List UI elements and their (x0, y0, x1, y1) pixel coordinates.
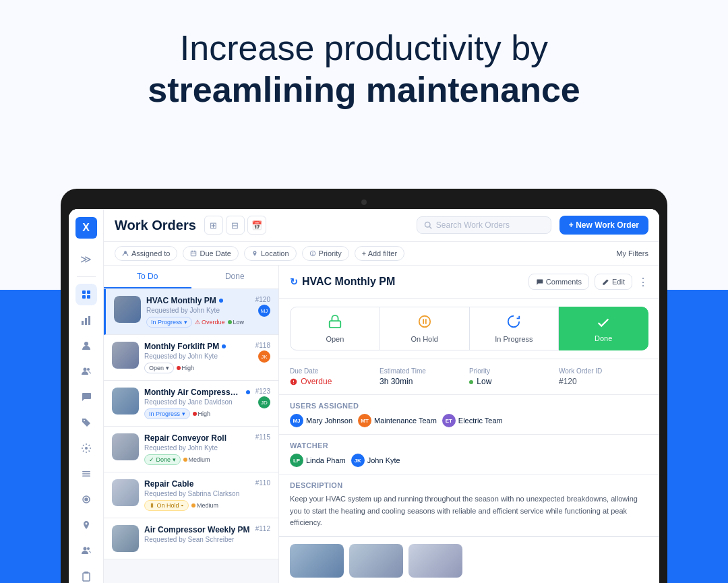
wo-thumb-hvac (114, 296, 141, 323)
filter-due-date[interactable]: Due Date (183, 246, 238, 261)
sidebar-icon-expand[interactable]: ≫ (75, 248, 97, 270)
my-filters-button[interactable]: My Filters (607, 249, 648, 257)
search-bar[interactable]: Search Work Orders (417, 216, 551, 234)
filter-assigned-to[interactable]: Assigned to (115, 246, 177, 261)
svg-rect-6 (88, 316, 90, 325)
onhold-icon (417, 314, 432, 332)
wo-item-forklift[interactable]: Monthly Forklift PM Requested by John Ky… (104, 335, 278, 381)
thumb-1 (290, 544, 344, 578)
wo-item-hvac[interactable]: HVAC Monthly PM Requested by John Kyte I… (104, 289, 278, 335)
description-text: Keep your HVAC system up and running thr… (290, 493, 648, 529)
status-done-btn[interactable]: Done (559, 307, 648, 350)
done-icon (596, 315, 611, 332)
sidebar-icon-group[interactable] (75, 361, 97, 382)
thumb-row (279, 536, 659, 583)
svg-rect-3 (87, 295, 90, 299)
wo-title-conveyor: Repair Conveyor Roll (144, 433, 226, 443)
view-grid-btn[interactable]: ⊞ (204, 216, 223, 235)
filter-add[interactable]: + Add filter (355, 246, 404, 261)
tablet-screen: X ≫ (69, 209, 659, 583)
page-title: Work Orders (115, 218, 196, 233)
sidebar-icon-chat[interactable] (75, 386, 97, 408)
wo-thumb-weekly (112, 525, 139, 552)
wo-item-cable[interactable]: Repair Cable Requested by Sabrina Clarks… (104, 472, 278, 518)
sidebar-icon-clipboard[interactable] (75, 565, 97, 583)
users-row: MJ Mary Johnson MT Maintenance Team ET E… (290, 414, 648, 427)
wo-requester-conveyor: Requested by John Kyte (144, 444, 250, 452)
field-priority: Priority Low (469, 367, 559, 386)
tab-todo[interactable]: To Do (104, 266, 191, 288)
wo-title-weekly: Air Compressor Weekly PM (144, 525, 250, 534)
filter-location[interactable]: Location (244, 246, 297, 261)
wo-thumb-aircomp (112, 388, 139, 415)
wo-id-aircomp: #123 (255, 388, 270, 395)
sidebar-icon-settings[interactable] (75, 437, 97, 459)
sidebar-icon-circle[interactable] (75, 489, 97, 510)
field-wo-id-value: #120 (559, 377, 648, 386)
wo-requester-cable: Requested by Sabrina Clarkson (144, 490, 250, 497)
status-row: Open On Hold (279, 299, 659, 359)
watchers-row: LP Linda Pham JK John Kyte (290, 454, 648, 467)
status-inprogress-btn[interactable]: In Progress (470, 307, 559, 350)
filter-priority[interactable]: Priority (302, 246, 349, 261)
sidebar-icon-tag[interactable] (75, 412, 97, 433)
wo-info-cable: Repair Cable Requested by Sabrina Clarks… (144, 479, 250, 511)
view-list-btn[interactable]: ⊟ (226, 216, 245, 235)
priority-high-forklift: High (177, 365, 195, 371)
wo-info-weekly: Air Compressor Weekly PM Requested by Se… (144, 525, 250, 552)
header-icons: ⊞ ⊟ 📅 (204, 216, 266, 235)
body-split: To Do Done HVAC Mon (104, 266, 659, 583)
sidebar-icon-users2[interactable] (75, 540, 97, 561)
status-badge-aircomp: In Progress ▾ (144, 408, 190, 419)
svg-point-30 (312, 255, 313, 255)
new-work-order-button[interactable]: + New Work Order (559, 216, 648, 235)
svg-point-11 (85, 447, 88, 450)
wo-requester-hvac: Requested by John Kyte (146, 307, 250, 314)
edit-button[interactable]: Edit (595, 274, 632, 290)
svg-rect-0 (82, 290, 86, 294)
assign-icon-hvac: MJ (258, 305, 270, 317)
wo-item-weekly[interactable]: Air Compressor Weekly PM Requested by Se… (104, 518, 278, 559)
search-placeholder: Search Work Orders (436, 220, 510, 230)
tab-done[interactable]: Done (191, 266, 279, 288)
svg-rect-24 (191, 251, 197, 256)
user-maintenance-team: MT Maintenance Team (358, 414, 437, 427)
wo-id-conveyor: #115 (255, 433, 270, 441)
sidebar-icon-workorders[interactable] (75, 284, 97, 305)
hero-section: Increase productivity by streamlining ma… (0, 27, 728, 111)
status-badge-cable: ⏸ On Hold ▾ (144, 500, 189, 511)
more-options-button[interactable]: ⋮ (638, 276, 648, 288)
user-electric-team: ET Electric Team (442, 414, 503, 427)
avatar-john: JK (351, 454, 365, 467)
status-open-btn[interactable]: Open (290, 307, 380, 350)
field-wo-id: Work Order ID #120 (559, 367, 648, 386)
wo-thumb-conveyor (112, 433, 139, 460)
camera-dot (361, 200, 367, 205)
comments-button[interactable]: Comments (528, 274, 589, 290)
sidebar-icon-chart[interactable] (75, 309, 97, 331)
status-onhold-btn[interactable]: On Hold (380, 307, 470, 350)
list-tabs: To Do Done (104, 266, 278, 289)
detail-title-area: ↻ HVAC Monthly PM (290, 276, 523, 288)
hero-line1: Increase productivity by (0, 27, 728, 69)
view-calendar-btn[interactable]: 📅 (247, 216, 266, 235)
svg-point-37 (293, 383, 294, 383)
wo-dot-hvac (219, 299, 223, 303)
sidebar-divider (77, 276, 96, 277)
tablet-top (69, 197, 659, 209)
watcher-john-kyte: JK John Kyte (351, 454, 400, 467)
wo-item-aircomp[interactable]: Monthly Air Compressor PM Requested by J… (104, 381, 278, 427)
svg-rect-5 (85, 318, 87, 325)
wo-info-conveyor: Repair Conveyor Roll Requested by John K… (144, 433, 250, 465)
wo-title-aircomp: Monthly Air Compressor PM (144, 388, 243, 397)
sidebar-icon-person[interactable] (75, 335, 97, 357)
svg-point-17 (83, 547, 86, 551)
wo-item-conveyor[interactable]: Repair Conveyor Roll Requested by John K… (104, 427, 278, 472)
field-priority-value: Low (469, 377, 559, 386)
field-due-date-value: Overdue (290, 377, 380, 386)
svg-rect-14 (82, 476, 90, 477)
wo-title-forklift: Monthly Forklift PM (144, 342, 219, 351)
sidebar-icon-menu[interactable] (75, 463, 97, 485)
hero-line2: streamlining maintenance (0, 69, 728, 111)
sidebar-icon-location[interactable] (75, 514, 97, 536)
